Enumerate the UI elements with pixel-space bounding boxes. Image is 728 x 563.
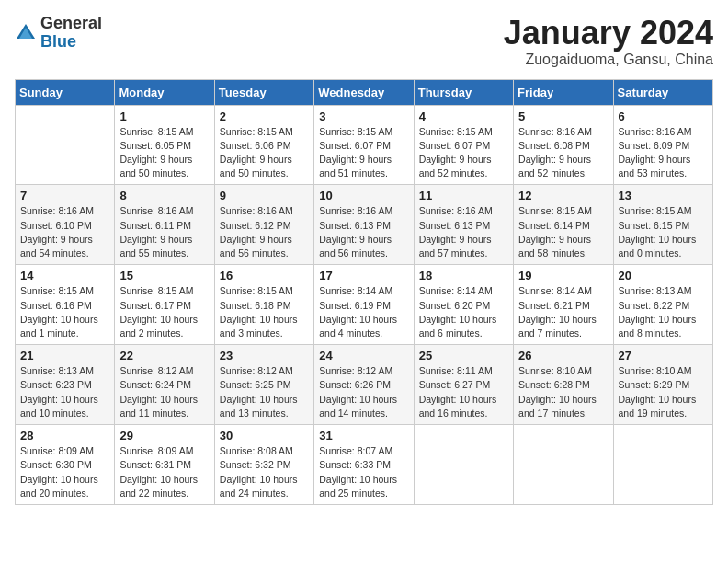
day-info: Sunrise: 8:14 AMSunset: 6:21 PMDaylight:…: [518, 284, 608, 340]
day-info: Sunrise: 8:11 AMSunset: 6:27 PMDaylight:…: [419, 364, 508, 420]
day-info: Sunrise: 8:15 AMSunset: 6:07 PMDaylight:…: [319, 125, 408, 181]
calendar-table: SundayMondayTuesdayWednesdayThursdayFrid…: [15, 79, 713, 505]
day-number: 18: [419, 269, 508, 282]
day-number: 9: [220, 189, 309, 202]
calendar-cell: 26Sunrise: 8:10 AMSunset: 6:28 PMDayligh…: [514, 345, 613, 425]
day-number: 1: [119, 109, 209, 123]
week-row-2: 7Sunrise: 8:16 AMSunset: 6:10 PMDaylight…: [16, 185, 713, 265]
calendar-cell: 23Sunrise: 8:12 AMSunset: 6:25 PMDayligh…: [214, 345, 313, 425]
day-info: Sunrise: 8:12 AMSunset: 6:26 PMDaylight:…: [319, 364, 408, 420]
calendar-cell: 27Sunrise: 8:10 AMSunset: 6:29 PMDayligh…: [613, 345, 712, 425]
day-number: 21: [20, 349, 109, 362]
calendar-cell: [514, 425, 613, 505]
weekday-header-wednesday: Wednesday: [314, 79, 414, 105]
day-info: Sunrise: 8:13 AMSunset: 6:22 PMDaylight:…: [619, 284, 708, 340]
calendar-location: Zuogaiduoma, Gansu, China: [504, 52, 713, 68]
day-info: Sunrise: 8:07 AMSunset: 6:33 PMDaylight:…: [319, 444, 408, 500]
calendar-cell: 18Sunrise: 8:14 AMSunset: 6:20 PMDayligh…: [414, 265, 513, 345]
calendar-cell: 14Sunrise: 8:15 AMSunset: 6:16 PMDayligh…: [16, 265, 115, 345]
day-number: 25: [419, 349, 508, 362]
day-info: Sunrise: 8:14 AMSunset: 6:19 PMDaylight:…: [319, 284, 408, 340]
calendar-cell: 11Sunrise: 8:16 AMSunset: 6:13 PMDayligh…: [414, 185, 513, 265]
day-number: 15: [119, 269, 209, 282]
day-info: Sunrise: 8:16 AMSunset: 6:09 PMDaylight:…: [619, 125, 708, 181]
day-number: 26: [518, 349, 608, 362]
day-info: Sunrise: 8:15 AMSunset: 6:05 PMDaylight:…: [119, 125, 209, 181]
calendar-cell: 4Sunrise: 8:15 AMSunset: 6:07 PMDaylight…: [414, 105, 513, 185]
day-number: 24: [319, 349, 408, 362]
calendar-cell: 17Sunrise: 8:14 AMSunset: 6:19 PMDayligh…: [314, 265, 414, 345]
calendar-cell: 29Sunrise: 8:09 AMSunset: 6:31 PMDayligh…: [115, 425, 214, 505]
logo-text: General Blue: [40, 15, 102, 52]
day-number: 22: [119, 349, 209, 362]
day-info: Sunrise: 8:15 AMSunset: 6:17 PMDaylight:…: [119, 284, 209, 340]
day-info: Sunrise: 8:10 AMSunset: 6:28 PMDaylight:…: [518, 364, 608, 420]
calendar-cell: 15Sunrise: 8:15 AMSunset: 6:17 PMDayligh…: [115, 265, 214, 345]
day-number: 11: [419, 189, 508, 202]
weekday-header-saturday: Saturday: [613, 79, 712, 105]
day-number: 16: [220, 269, 309, 282]
day-info: Sunrise: 8:16 AMSunset: 6:08 PMDaylight:…: [518, 125, 608, 181]
day-info: Sunrise: 8:09 AMSunset: 6:31 PMDaylight:…: [119, 444, 209, 500]
day-info: Sunrise: 8:15 AMSunset: 6:14 PMDaylight:…: [518, 204, 608, 260]
calendar-cell: 31Sunrise: 8:07 AMSunset: 6:33 PMDayligh…: [314, 425, 414, 505]
day-number: 30: [220, 429, 309, 442]
weekday-header-tuesday: Tuesday: [214, 79, 313, 105]
day-number: 17: [319, 269, 408, 282]
day-info: Sunrise: 8:16 AMSunset: 6:13 PMDaylight:…: [419, 204, 508, 260]
day-number: 23: [220, 349, 309, 362]
day-number: 29: [119, 429, 209, 442]
day-info: Sunrise: 8:12 AMSunset: 6:25 PMDaylight:…: [220, 364, 309, 420]
day-number: 3: [319, 109, 408, 123]
logo: General Blue: [15, 15, 102, 52]
day-info: Sunrise: 8:13 AMSunset: 6:23 PMDaylight:…: [20, 364, 109, 420]
calendar-cell: 6Sunrise: 8:16 AMSunset: 6:09 PMDaylight…: [613, 105, 712, 185]
week-row-1: 1Sunrise: 8:15 AMSunset: 6:05 PMDaylight…: [16, 105, 713, 185]
day-info: Sunrise: 8:15 AMSunset: 6:15 PMDaylight:…: [619, 204, 708, 260]
calendar-cell: 12Sunrise: 8:15 AMSunset: 6:14 PMDayligh…: [514, 185, 613, 265]
logo-icon: [15, 22, 37, 44]
week-row-4: 21Sunrise: 8:13 AMSunset: 6:23 PMDayligh…: [16, 345, 713, 425]
day-info: Sunrise: 8:16 AMSunset: 6:12 PMDaylight:…: [220, 204, 309, 260]
day-number: 2: [220, 109, 309, 123]
calendar-cell: 3Sunrise: 8:15 AMSunset: 6:07 PMDaylight…: [314, 105, 414, 185]
calendar-cell: 2Sunrise: 8:15 AMSunset: 6:06 PMDaylight…: [214, 105, 313, 185]
calendar-title: January 2024: [504, 15, 713, 52]
day-info: Sunrise: 8:15 AMSunset: 6:18 PMDaylight:…: [220, 284, 309, 340]
weekday-header-friday: Friday: [514, 79, 613, 105]
calendar-cell: 30Sunrise: 8:08 AMSunset: 6:32 PMDayligh…: [214, 425, 313, 505]
day-number: 4: [419, 109, 508, 123]
day-number: 12: [518, 189, 608, 202]
calendar-cell: [16, 105, 115, 185]
weekday-header-row: SundayMondayTuesdayWednesdayThursdayFrid…: [16, 79, 713, 105]
calendar-cell: [613, 425, 712, 505]
calendar-cell: [414, 425, 513, 505]
day-number: 6: [619, 109, 708, 123]
day-info: Sunrise: 8:16 AMSunset: 6:11 PMDaylight:…: [119, 204, 209, 260]
day-info: Sunrise: 8:08 AMSunset: 6:32 PMDaylight:…: [220, 444, 309, 500]
calendar-cell: 28Sunrise: 8:09 AMSunset: 6:30 PMDayligh…: [16, 425, 115, 505]
day-info: Sunrise: 8:16 AMSunset: 6:10 PMDaylight:…: [20, 204, 109, 260]
calendar-cell: 1Sunrise: 8:15 AMSunset: 6:05 PMDaylight…: [115, 105, 214, 185]
calendar-cell: 24Sunrise: 8:12 AMSunset: 6:26 PMDayligh…: [314, 345, 414, 425]
day-info: Sunrise: 8:15 AMSunset: 6:07 PMDaylight:…: [419, 125, 508, 181]
day-number: 27: [619, 349, 708, 362]
calendar-cell: 7Sunrise: 8:16 AMSunset: 6:10 PMDaylight…: [16, 185, 115, 265]
day-number: 20: [619, 269, 708, 282]
day-info: Sunrise: 8:15 AMSunset: 6:06 PMDaylight:…: [220, 125, 309, 181]
day-info: Sunrise: 8:16 AMSunset: 6:13 PMDaylight:…: [319, 204, 408, 260]
day-number: 13: [619, 189, 708, 202]
calendar-cell: 25Sunrise: 8:11 AMSunset: 6:27 PMDayligh…: [414, 345, 513, 425]
logo-general: General: [40, 15, 102, 33]
page-header: General Blue January 2024 Zuogaiduoma, G…: [15, 15, 713, 68]
day-number: 10: [319, 189, 408, 202]
day-number: 28: [20, 429, 109, 442]
logo-blue: Blue: [40, 33, 102, 52]
weekday-header-sunday: Sunday: [16, 79, 115, 105]
day-number: 31: [319, 429, 408, 442]
day-info: Sunrise: 8:09 AMSunset: 6:30 PMDaylight:…: [20, 444, 109, 500]
day-number: 5: [518, 109, 608, 123]
calendar-cell: 5Sunrise: 8:16 AMSunset: 6:08 PMDaylight…: [514, 105, 613, 185]
calendar-cell: 22Sunrise: 8:12 AMSunset: 6:24 PMDayligh…: [115, 345, 214, 425]
day-info: Sunrise: 8:15 AMSunset: 6:16 PMDaylight:…: [20, 284, 109, 340]
